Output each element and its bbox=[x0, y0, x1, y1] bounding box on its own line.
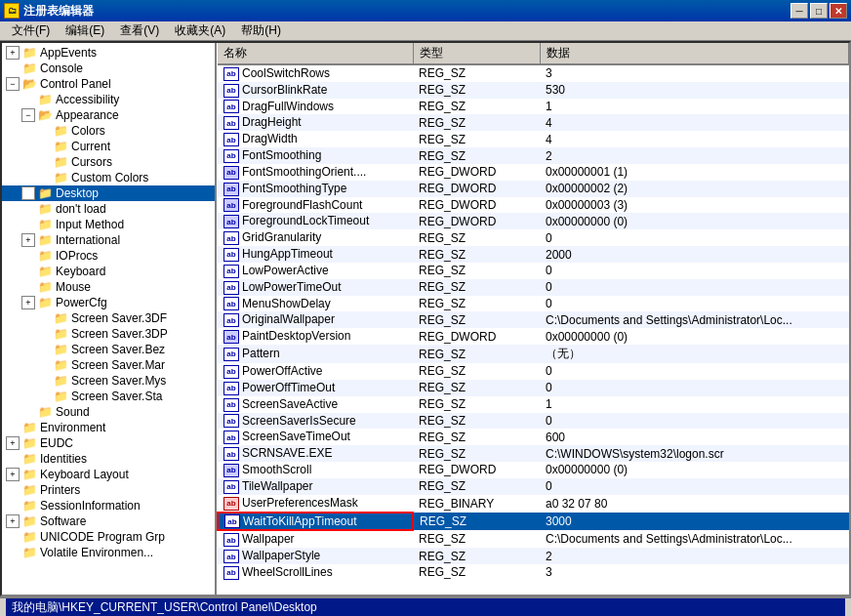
cell-name: abWallpaper bbox=[218, 530, 413, 548]
table-row[interactable]: abLowPowerActive REG_SZ 0 bbox=[218, 263, 849, 279]
tree-item-international[interactable]: +📁International bbox=[2, 232, 215, 248]
table-row[interactable]: abScreenSaverIsSecure REG_SZ 0 bbox=[218, 413, 849, 430]
table-row[interactable]: abDragHeight REG_SZ 4 bbox=[218, 114, 849, 131]
tree-item-dont-load[interactable]: 📁don't load bbox=[2, 201, 215, 217]
expand-icon[interactable]: + bbox=[21, 233, 35, 247]
tree-item-eudc[interactable]: +📁EUDC bbox=[2, 435, 215, 451]
table-row[interactable]: abPaintDesktopVersion REG_DWORD 0x000000… bbox=[218, 328, 849, 345]
type-icon: ab bbox=[223, 398, 239, 412]
cell-name: abWaitToKillAppTimeout bbox=[218, 513, 413, 531]
tree-item-screen-saver-mys[interactable]: 📁Screen Saver.Mys bbox=[2, 373, 215, 389]
tree-panel[interactable]: +📁AppEvents📁Console−📂Control Panel📁Acces… bbox=[2, 43, 217, 595]
cell-name: abGridGranularity bbox=[218, 229, 413, 246]
table-row[interactable]: abScreenSaveActive REG_SZ 1 bbox=[218, 396, 849, 413]
table-row[interactable]: abForegroundFlashCount REG_DWORD 0x00000… bbox=[218, 197, 849, 214]
table-row[interactable]: abTileWallpaper REG_SZ 0 bbox=[218, 478, 849, 495]
cell-data: 1 bbox=[540, 396, 849, 413]
expand-icon[interactable]: + bbox=[21, 186, 35, 200]
menu-favorites[interactable]: 收藏夹(A) bbox=[167, 21, 233, 41]
tree-item-colors[interactable]: 📁Colors bbox=[2, 123, 215, 139]
tree-item-label: Identities bbox=[40, 452, 87, 466]
tree-item-desktop[interactable]: +📁Desktop bbox=[2, 185, 215, 201]
table-row[interactable]: abForegroundLockTimeout REG_DWORD 0x0000… bbox=[218, 213, 849, 229]
registry-table-container[interactable]: 名称 类型 数据 abCoolSwitchRows REG_SZ 3 abCur… bbox=[217, 43, 849, 595]
table-row[interactable]: abDragFullWindows REG_SZ 1 bbox=[218, 99, 849, 115]
expand-icon[interactable]: + bbox=[6, 514, 20, 528]
table-row[interactable]: abFontSmoothing REG_SZ 2 bbox=[218, 147, 849, 164]
tree-item-accessibility[interactable]: 📁Accessibility bbox=[2, 92, 215, 107]
table-row[interactable]: abMenuShowDelay REG_SZ 0 bbox=[218, 296, 849, 312]
tree-item-custom-colors[interactable]: 📁Custom Colors bbox=[2, 170, 215, 185]
menu-edit[interactable]: 编辑(E) bbox=[58, 21, 112, 41]
table-row[interactable]: abPowerOffActive REG_SZ 0 bbox=[218, 363, 849, 380]
tree-item-printers[interactable]: 📁Printers bbox=[2, 482, 215, 498]
expand-icon[interactable]: + bbox=[6, 468, 20, 481]
tree-item-mouse[interactable]: 📁Mouse bbox=[2, 279, 215, 295]
maximize-button[interactable]: □ bbox=[810, 3, 828, 19]
table-row[interactable]: abHungAppTimeout REG_SZ 2000 bbox=[218, 246, 849, 263]
table-row[interactable]: abGridGranularity REG_SZ 0 bbox=[218, 229, 849, 246]
tree-item-screen-saver-3df[interactable]: 📁Screen Saver.3DF bbox=[2, 310, 215, 326]
tree-item-screen-saver-bez[interactable]: 📁Screen Saver.Bez bbox=[2, 342, 215, 357]
tree-item-powercfg[interactable]: +📁PowerCfg bbox=[2, 295, 215, 310]
tree-item-label: Current bbox=[71, 140, 110, 153]
tree-item-appevents[interactable]: +📁AppEvents bbox=[2, 45, 215, 61]
table-row[interactable]: abPattern REG_SZ （无） bbox=[218, 345, 849, 363]
table-row[interactable]: abCursorBlinkRate REG_SZ 530 bbox=[218, 82, 849, 99]
minimize-button[interactable]: ─ bbox=[790, 3, 808, 19]
table-row[interactable]: abSCRNSAVE.EXE REG_SZ C:\WINDOWS\system3… bbox=[218, 445, 849, 462]
tree-item-volatile-environmen[interactable]: 📁Volatile Environmen... bbox=[2, 545, 215, 560]
table-row[interactable]: abSmoothScroll REG_DWORD 0x00000000 (0) bbox=[218, 462, 849, 478]
tree-item-label: Cursors bbox=[71, 155, 112, 169]
table-row[interactable]: abScreenSaveTimeOut REG_SZ 600 bbox=[218, 429, 849, 445]
table-row[interactable]: abDragWidth REG_SZ 4 bbox=[218, 131, 849, 147]
tree-item-input-method[interactable]: 📁Input Method bbox=[2, 217, 215, 232]
close-button[interactable]: ✕ bbox=[830, 3, 847, 19]
table-row[interactable]: abWallpaper REG_SZ C:\Documents and Sett… bbox=[218, 530, 849, 548]
tree-item-session-information[interactable]: 📁SessionInformation bbox=[2, 498, 215, 513]
tree-item-current[interactable]: 📁Current bbox=[2, 139, 215, 154]
expand-icon[interactable]: + bbox=[21, 296, 35, 309]
expand-icon[interactable]: + bbox=[6, 46, 20, 60]
table-row[interactable]: abFontSmoothingType REG_DWORD 0x00000002… bbox=[218, 181, 849, 197]
tree-item-identities[interactable]: 📁Identities bbox=[2, 451, 215, 467]
tree-item-environment[interactable]: 📁Environment bbox=[2, 420, 215, 435]
tree-item-label: EUDC bbox=[40, 436, 73, 450]
tree-item-screen-saver-mar[interactable]: 📁Screen Saver.Mar bbox=[2, 357, 215, 373]
menu-file[interactable]: 文件(F) bbox=[4, 21, 58, 41]
tree-item-cursors[interactable]: 📁Cursors bbox=[2, 154, 215, 170]
table-row[interactable]: abPowerOffTimeOut REG_SZ 0 bbox=[218, 380, 849, 396]
expand-icon[interactable]: − bbox=[6, 77, 20, 91]
tree-item-unicode-program-grp[interactable]: 📁UNICODE Program Grp bbox=[2, 529, 215, 545]
table-row[interactable]: abWheelScrollLines REG_SZ 3 bbox=[218, 564, 849, 581]
cell-data: 3 bbox=[540, 64, 849, 82]
table-row[interactable]: abWaitToKillAppTimeout REG_SZ 3000 bbox=[218, 513, 849, 531]
folder-icon: 📁 bbox=[37, 218, 53, 231]
expand-icon[interactable]: + bbox=[6, 436, 20, 450]
menu-view[interactable]: 查看(V) bbox=[112, 21, 167, 41]
tree-item-label: Appearance bbox=[56, 108, 119, 122]
tree-item-control-panel[interactable]: −📂Control Panel bbox=[2, 76, 215, 92]
table-row[interactable]: abOriginalWallpaper REG_SZ C:\Documents … bbox=[218, 311, 849, 328]
tree-item-software[interactable]: +📁Software bbox=[2, 513, 215, 529]
tree-item-appearance[interactable]: −📂Appearance bbox=[2, 107, 215, 123]
tree-item-console[interactable]: 📁Console bbox=[2, 61, 215, 76]
tree-item-sound[interactable]: 📁Sound bbox=[2, 404, 215, 420]
table-row[interactable]: abLowPowerTimeOut REG_SZ 0 bbox=[218, 279, 849, 296]
table-row[interactable]: abCoolSwitchRows REG_SZ 3 bbox=[218, 64, 849, 82]
tree-item-screen-saver-sta[interactable]: 📁Screen Saver.Sta bbox=[2, 389, 215, 404]
tree-item-keyboard-layout[interactable]: +📁Keyboard Layout bbox=[2, 467, 215, 482]
menu-help[interactable]: 帮助(H) bbox=[233, 21, 289, 41]
folder-icon: 📁 bbox=[21, 483, 37, 497]
tree-item-keyboard[interactable]: 📁Keyboard bbox=[2, 264, 215, 279]
cell-data: 0 bbox=[540, 413, 849, 430]
table-row[interactable]: abWallpaperStyle REG_SZ 2 bbox=[218, 548, 849, 564]
folder-icon: 📁 bbox=[53, 343, 68, 356]
expand-icon[interactable]: − bbox=[21, 108, 35, 122]
table-row[interactable]: abFontSmoothingOrient.... REG_DWORD 0x00… bbox=[218, 164, 849, 181]
table-row[interactable]: abUserPreferencesMask REG_BINARY a0 32 0… bbox=[218, 495, 849, 513]
cell-data: 600 bbox=[540, 429, 849, 445]
folder-icon: 📁 bbox=[21, 468, 37, 481]
tree-item-screen-saver-3dp[interactable]: 📁Screen Saver.3DP bbox=[2, 326, 215, 342]
tree-item-ioprocs[interactable]: 📁IOProcs bbox=[2, 248, 215, 264]
